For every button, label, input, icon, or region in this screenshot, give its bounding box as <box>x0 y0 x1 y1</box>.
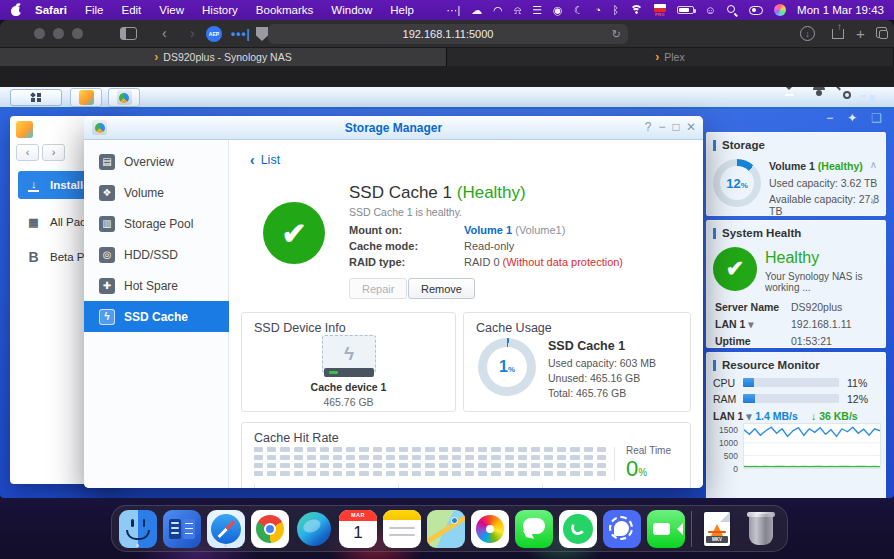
time-machine-icon[interactable]: ◔ <box>595 4 602 16</box>
sidebar-item-volume[interactable]: ❖Volume <box>84 177 229 208</box>
extension-dots-icon[interactable]: •••| <box>231 27 251 41</box>
dock-photos[interactable] <box>471 510 509 548</box>
lan-label[interactable]: LAN 1 ▾ <box>715 318 754 330</box>
pc-forward-button[interactable]: › <box>42 144 65 161</box>
help-icon[interactable]: ? <box>641 120 655 134</box>
sidebar-item-ssd-cache[interactable]: ϟSSD Cache <box>84 301 229 332</box>
sidebar-item-hot-spare[interactable]: ✚Hot Spare <box>84 270 229 301</box>
pc-back-button[interactable]: ‹ <box>16 144 39 161</box>
wifi-icon[interactable] <box>630 5 643 15</box>
share-icon[interactable]: ↑ <box>832 29 844 39</box>
dock-safari[interactable] <box>207 510 245 548</box>
health-check-icon: ✔ <box>713 247 757 291</box>
maximize-icon[interactable]: □ <box>669 120 683 134</box>
storage-manager-titlebar[interactable]: Storage Manager ? − □ ✕ <box>84 116 703 140</box>
minimize-icon[interactable]: − <box>655 120 669 134</box>
dock-mkv-file[interactable]: MKV <box>698 510 736 548</box>
dock-notes[interactable] <box>383 510 421 548</box>
flag-pro-icon[interactable]: PRO <box>654 4 666 17</box>
taskbar-storage-manager-button[interactable] <box>108 88 140 107</box>
tab-plex[interactable]: › Plex <box>447 48 893 66</box>
dock-chrome[interactable] <box>251 510 289 548</box>
dock-facetime[interactable] <box>647 510 685 548</box>
menu-clock[interactable]: Mon 1 Mar 19:43 <box>797 4 884 16</box>
cache-device-size: 465.76 GB <box>242 396 455 408</box>
mount-row: Mount on: Volume 1 (Volume1) <box>349 224 565 236</box>
play-circle-icon[interactable]: ◉ <box>553 4 563 17</box>
collapse-up-icon[interactable]: ∧ <box>870 159 877 170</box>
apple-icon[interactable] <box>10 4 22 16</box>
cpu-value: 11% <box>847 377 867 389</box>
dock-whatsapp[interactable] <box>559 510 597 548</box>
dock-edge[interactable] <box>295 510 333 548</box>
sidebar-item-storage-pool[interactable]: ▥Storage Pool <box>84 208 229 239</box>
tab-overview-icon[interactable] <box>876 27 887 38</box>
ram-bar <box>743 394 839 403</box>
overview-icon: ▤ <box>99 154 115 170</box>
hot-spare-icon: ✚ <box>99 278 115 294</box>
icloud-icon[interactable]: ☁ <box>471 4 482 17</box>
zoom-window-button[interactable] <box>72 28 83 39</box>
stage-manager-icon[interactable]: ☰ <box>532 4 542 17</box>
dsm-taskbar <box>0 87 894 109</box>
menu-edit[interactable]: Edit <box>113 4 151 16</box>
cache-usage-name: SSD Cache 1 <box>548 339 625 353</box>
down-arrow-icon: ↓ <box>811 410 816 422</box>
tab-synology[interactable]: › DS920plus - Synology NAS <box>0 48 447 66</box>
spotlight-search-icon[interactable] <box>727 5 738 16</box>
back-to-list-link[interactable]: ‹ List <box>250 152 280 168</box>
notification-bell-icon[interactable]: ⍾ <box>514 4 521 17</box>
menu-bookmarks[interactable]: Bookmarks <box>247 4 323 16</box>
ssd-cache-icon: ϟ <box>99 309 115 325</box>
rm-lan-label[interactable]: LAN 1 ▾ <box>713 410 752 422</box>
user-switch-icon[interactable]: ☺ <box>705 4 716 16</box>
dock-files[interactable] <box>163 510 201 548</box>
menu-view[interactable]: View <box>150 4 193 16</box>
cpu-bar <box>743 378 839 387</box>
ram-value: 12% <box>847 393 868 405</box>
extension-badge-icon[interactable]: AEP <box>206 26 222 42</box>
minimize-window-button[interactable] <box>53 28 64 39</box>
grid-icon: ▦ <box>26 215 41 230</box>
sidebar-item-overview[interactable]: ▤Overview <box>84 146 229 177</box>
privacy-shield-icon[interactable] <box>256 27 268 41</box>
dock-calendar[interactable]: MAR1 <box>339 510 377 548</box>
close-window-button[interactable] <box>34 28 45 39</box>
address-bar[interactable]: 192.168.1.11:5000 ↻ <box>268 24 628 44</box>
sidebar-toggle-icon[interactable] <box>120 27 137 40</box>
taskbar-package-center-button[interactable] <box>70 88 102 107</box>
repair-button[interactable]: Repair <box>349 278 407 299</box>
remove-button[interactable]: Remove <box>408 278 475 299</box>
do-not-disturb-moon-icon[interactable]: ☾ <box>574 4 584 17</box>
forward-button[interactable]: › <box>190 25 195 41</box>
menu-app-name[interactable]: Safari <box>26 4 76 16</box>
menu-file[interactable]: File <box>76 4 113 16</box>
control-center-icon[interactable] <box>749 6 763 15</box>
downloads-icon[interactable]: ↓ <box>800 26 815 41</box>
arc-icon[interactable]: ◠ <box>493 4 503 17</box>
close-icon[interactable]: ✕ <box>684 120 698 134</box>
battery-icon[interactable] <box>677 6 694 14</box>
tab-label: DS920plus - Synology NAS <box>163 51 291 63</box>
dock-maps[interactable] <box>427 510 465 548</box>
volume-link[interactable]: Volume 1 <box>464 224 512 236</box>
sidebar-item-hdd-ssd[interactable]: ◎HDD/SSD <box>84 239 229 270</box>
collapse-down-icon[interactable]: ∨ <box>870 195 877 206</box>
back-button[interactable]: ‹ <box>162 25 167 41</box>
dock-messages[interactable] <box>515 510 553 548</box>
dock-signal[interactable] <box>603 510 641 548</box>
menu-history[interactable]: History <box>193 4 247 16</box>
menu-help[interactable]: Help <box>381 4 423 16</box>
cache-usage-title: Cache Usage <box>476 321 552 335</box>
reload-icon[interactable]: ↻ <box>612 28 621 41</box>
menu-window[interactable]: Window <box>322 4 381 16</box>
package-center-icon <box>79 90 94 105</box>
more-dots-icon[interactable]: ⋯| <box>446 4 460 17</box>
siri-icon[interactable] <box>774 4 786 16</box>
new-tab-button[interactable]: + <box>856 25 865 42</box>
dock-trash[interactable] <box>742 510 780 548</box>
main-menu-button[interactable] <box>10 89 62 106</box>
dock-finder[interactable] <box>119 510 157 548</box>
bluetooth-icon[interactable]: ᛒ <box>612 4 619 16</box>
cache-total: Total: 465.76 GB <box>548 387 626 399</box>
